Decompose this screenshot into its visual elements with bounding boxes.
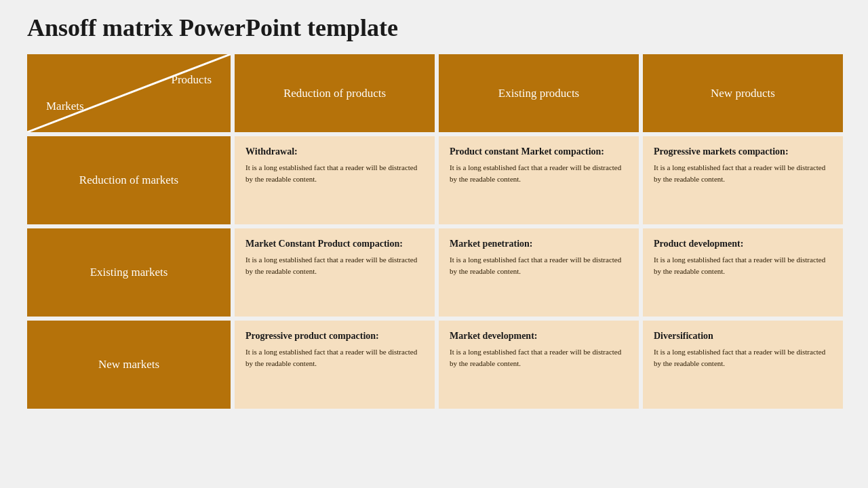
cell-title-1-2: Product development: bbox=[654, 238, 832, 250]
cell-body-1-1: It is a long established fact that a rea… bbox=[450, 254, 628, 277]
cell-1-0: Market Constant Product compaction: It i… bbox=[235, 228, 435, 317]
page-title: Ansoff matrix PowerPoint template bbox=[27, 14, 841, 42]
cell-title-0-1: Product constant Market compaction: bbox=[450, 146, 628, 158]
cell-2-1: Market development: It is a long establi… bbox=[439, 321, 639, 409]
col-header-1: Existing products bbox=[439, 54, 639, 132]
ansoff-matrix: Products Markets Reduction of products E… bbox=[27, 54, 841, 409]
col-header-2: New products bbox=[643, 54, 843, 132]
cell-2-0: Progressive product compaction: It is a … bbox=[235, 321, 435, 409]
cell-body-1-2: It is a long established fact that a rea… bbox=[654, 254, 832, 277]
cell-title-2-1: Market development: bbox=[450, 330, 628, 342]
cell-0-2: Progressive markets compaction: It is a … bbox=[643, 136, 843, 224]
cell-title-2-0: Progressive product compaction: bbox=[245, 330, 424, 342]
col-header-0: Reduction of products bbox=[235, 54, 435, 132]
cell-title-0-0: Withdrawal: bbox=[245, 146, 424, 158]
cell-title-2-2: Diversification bbox=[654, 330, 832, 342]
cell-body-0-0: It is a long established fact that a rea… bbox=[245, 162, 424, 184]
cell-body-1-0: It is a long established fact that a rea… bbox=[245, 254, 424, 277]
products-label: Products bbox=[172, 73, 212, 87]
cell-0-0: Withdrawal: It is a long established fac… bbox=[235, 136, 435, 224]
cell-body-2-2: It is a long established fact that a rea… bbox=[654, 346, 832, 369]
row-header-1: Existing markets bbox=[27, 228, 231, 317]
markets-label: Markets bbox=[46, 100, 84, 113]
cell-title-1-1: Market penetration: bbox=[450, 238, 628, 250]
cell-title-0-2: Progressive markets compaction: bbox=[654, 146, 832, 158]
cell-1-1: Market penetration: It is a long establi… bbox=[439, 228, 639, 317]
row-header-0: Reduction of markets bbox=[27, 136, 231, 224]
cell-body-2-0: It is a long established fact that a rea… bbox=[245, 346, 424, 369]
page: Ansoff matrix PowerPoint template Produc… bbox=[0, 0, 868, 488]
cell-0-1: Product constant Market compaction: It i… bbox=[439, 136, 639, 224]
cell-2-2: Diversification It is a long established… bbox=[643, 321, 843, 409]
corner-cell: Products Markets bbox=[27, 54, 231, 132]
cell-1-2: Product development: It is a long establ… bbox=[643, 228, 843, 317]
cell-body-0-1: It is a long established fact that a rea… bbox=[450, 162, 628, 184]
cell-body-2-1: It is a long established fact that a rea… bbox=[450, 346, 628, 369]
cell-title-1-0: Market Constant Product compaction: bbox=[245, 238, 424, 250]
row-header-2: New markets bbox=[27, 321, 231, 409]
cell-body-0-2: It is a long established fact that a rea… bbox=[654, 162, 832, 184]
svg-line-0 bbox=[27, 54, 231, 132]
